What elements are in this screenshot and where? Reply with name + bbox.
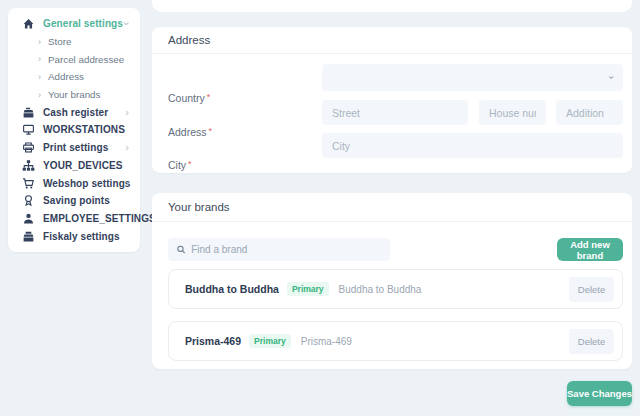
brand-name-input[interactable]: Prisma-469 xyxy=(301,336,569,347)
sidebar-item-your-devices[interactable]: YOUR_DEVICES xyxy=(8,157,140,175)
delete-brand-button[interactable]: Delete xyxy=(569,277,614,302)
sidebar-item-your-brands[interactable]: › Your brands xyxy=(8,86,140,104)
sidebar-item-employee-settings[interactable]: EMPLOYEE_SETTINGS xyxy=(8,210,140,228)
save-changes-button[interactable]: Save Changes xyxy=(567,381,632,406)
sidebar-item-parcel-addressee[interactable]: › Parcel addressee xyxy=(8,50,140,68)
sidebar-item-print-settings[interactable]: Print settings › xyxy=(8,139,140,157)
required-asterisk: * xyxy=(188,159,192,169)
street-input[interactable] xyxy=(322,100,468,125)
scrolled-card-edge xyxy=(152,0,632,12)
home-icon xyxy=(22,17,35,30)
sidebar-item-label: General settings xyxy=(43,18,123,29)
chevron-right-icon: › xyxy=(125,178,129,189)
printer-icon xyxy=(22,141,35,154)
settings-sidebar: General settings › › Store › Parcel addr… xyxy=(8,8,140,252)
sidebar-item-cash-register[interactable]: Cash register › xyxy=(8,103,140,121)
your-brands-section-card: Your brands Add new brand Buddha to Budd… xyxy=(152,193,632,369)
chevron-down-icon: › xyxy=(606,76,617,79)
add-new-brand-button[interactable]: Add new brand xyxy=(557,238,623,261)
primary-badge: Primary xyxy=(287,282,329,296)
sidebar-item-fiskaly-settings[interactable]: Fiskaly settings xyxy=(8,227,140,245)
required-asterisk: * xyxy=(209,126,213,136)
sidebar-item-store[interactable]: › Store xyxy=(8,33,140,51)
sidebar-item-general-settings[interactable]: General settings › xyxy=(8,15,140,33)
chevron-down-icon: › xyxy=(122,22,133,26)
search-icon xyxy=(176,244,186,255)
sidebar-item-webshop-settings[interactable]: Webshop settings › xyxy=(8,174,140,192)
register-icon xyxy=(22,230,35,243)
sidebar-item-saving-points[interactable]: Saving points xyxy=(8,192,140,210)
brand-search-field[interactable] xyxy=(168,238,390,261)
required-asterisk: * xyxy=(207,92,211,102)
chevron-right-icon: › xyxy=(125,142,129,153)
brand-row: Prisma-469 Primary Prisma-469 Delete xyxy=(168,321,623,361)
monitor-icon xyxy=(22,123,35,136)
bullet-icon: › xyxy=(38,54,41,64)
medal-icon xyxy=(22,194,35,207)
person-icon xyxy=(22,212,35,225)
addition-input[interactable] xyxy=(556,100,623,125)
bullet-icon: › xyxy=(38,37,41,47)
devices-icon xyxy=(22,159,35,172)
brand-search-input[interactable] xyxy=(191,244,382,255)
brand-row: Buddha to Buddha Primary Buddha to Buddh… xyxy=(168,269,623,309)
address-section-card: Address Country* › Address* City* xyxy=(152,27,632,173)
brand-name: Prisma-469 xyxy=(185,335,241,347)
sidebar-item-address[interactable]: › Address xyxy=(8,68,140,86)
sidebar-item-workstations[interactable]: WORKSTATIONS xyxy=(8,121,140,139)
brand-name: Buddha to Buddha xyxy=(185,283,279,295)
house-number-input[interactable] xyxy=(479,100,546,125)
address-label: Address* xyxy=(168,126,212,138)
cart-icon xyxy=(22,177,35,190)
cash-register-icon xyxy=(22,106,35,119)
brand-name-input[interactable]: Buddha to Buddha xyxy=(339,284,569,295)
bullet-icon: › xyxy=(38,90,41,100)
country-select[interactable]: › xyxy=(322,64,623,91)
section-title: Address xyxy=(152,27,632,54)
city-label: City* xyxy=(168,159,192,171)
delete-brand-button[interactable]: Delete xyxy=(569,329,614,354)
city-input[interactable] xyxy=(322,133,623,158)
chevron-right-icon: › xyxy=(125,107,129,118)
bullet-icon: › xyxy=(38,72,41,82)
country-label: Country* xyxy=(168,92,210,104)
primary-badge: Primary xyxy=(249,334,291,348)
section-title: Your brands xyxy=(152,193,632,222)
